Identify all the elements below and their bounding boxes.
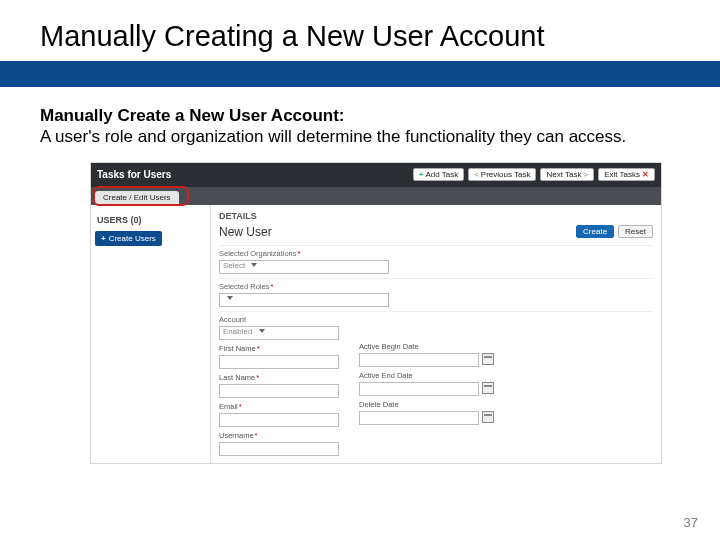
create-button-top[interactable]: Create: [576, 225, 614, 238]
exit-tasks-label: Exit Tasks: [604, 170, 640, 179]
details-header: DETAILS: [219, 211, 653, 221]
create-users-label: Create Users: [109, 234, 156, 243]
calendar-icon[interactable]: [482, 382, 494, 394]
username-label: Username: [219, 431, 339, 440]
enabled-value: Enabled: [223, 327, 252, 336]
lead-text: Manually Create a New User Account:: [40, 106, 345, 125]
section-selected-roles: Selected Roles: [219, 278, 653, 291]
title-underline-band: [0, 61, 720, 87]
active-begin-label: Active Begin Date: [359, 342, 494, 351]
orgs-select-placeholder: Select: [223, 261, 245, 270]
subtab-row: Create / Edit Users: [91, 187, 661, 205]
chevron-right-icon: >: [583, 170, 588, 179]
prev-task-label: Previous Task: [481, 170, 531, 179]
close-icon: ✕: [642, 170, 649, 179]
section-selected-organizations: Selected Organizations: [219, 245, 653, 258]
slide-body: Manually Create a New User Account: A us…: [0, 87, 720, 154]
next-task-button[interactable]: Next Task>: [540, 168, 594, 181]
chevron-down-icon: [259, 329, 265, 333]
app-header: Tasks for Users +Add Task <Previous Task…: [91, 163, 661, 187]
previous-task-button[interactable]: <Previous Task: [468, 168, 536, 181]
sidebar: USERS (0) + Create Users: [91, 205, 211, 463]
roles-select[interactable]: [219, 293, 389, 307]
plus-icon: +: [101, 234, 106, 243]
first-name-label: First Name: [219, 344, 339, 353]
add-task-button[interactable]: +Add Task: [413, 168, 464, 181]
exit-tasks-button[interactable]: Exit Tasks✕: [598, 168, 655, 181]
app-body: USERS (0) + Create Users DETAILS New Use…: [91, 205, 661, 463]
reset-button-top[interactable]: Reset: [618, 225, 653, 238]
active-end-label: Active End Date: [359, 371, 494, 380]
app-screenshot: Tasks for Users +Add Task <Previous Task…: [90, 162, 662, 464]
username-input[interactable]: [219, 442, 339, 456]
last-name-label: Last Name: [219, 373, 339, 382]
add-task-label: Add Task: [425, 170, 458, 179]
delete-date-label: Delete Date: [359, 400, 494, 409]
next-task-label: Next Task: [546, 170, 581, 179]
email-input[interactable]: [219, 413, 339, 427]
last-name-input[interactable]: [219, 384, 339, 398]
details-panel: DETAILS New User Create Reset Selected O…: [211, 205, 661, 463]
panel-title: New User: [219, 225, 572, 239]
chevron-down-icon: [251, 263, 257, 267]
slide-title: Manually Creating a New User Account: [0, 0, 720, 61]
body-text: A user's role and organization will dete…: [40, 127, 626, 146]
first-name-input[interactable]: [219, 355, 339, 369]
page-number: 37: [684, 515, 698, 530]
section-account: Account: [219, 311, 653, 324]
enabled-select[interactable]: Enabled: [219, 326, 339, 340]
calendar-icon[interactable]: [482, 411, 494, 423]
tasks-title: Tasks for Users: [97, 169, 409, 180]
tab-create-edit-users[interactable]: Create / Edit Users: [95, 191, 179, 205]
delete-date-input[interactable]: [359, 411, 479, 425]
panel-title-row: New User Create Reset: [219, 225, 653, 239]
active-begin-input[interactable]: [359, 353, 479, 367]
plus-icon: +: [419, 170, 424, 179]
email-label: Email: [219, 402, 339, 411]
chevron-down-icon: [227, 296, 233, 300]
create-users-button[interactable]: + Create Users: [95, 231, 162, 246]
users-count-header: USERS (0): [95, 211, 206, 231]
orgs-select[interactable]: Select: [219, 260, 389, 274]
chevron-left-icon: <: [474, 170, 479, 179]
active-end-input[interactable]: [359, 382, 479, 396]
calendar-icon[interactable]: [482, 353, 494, 365]
